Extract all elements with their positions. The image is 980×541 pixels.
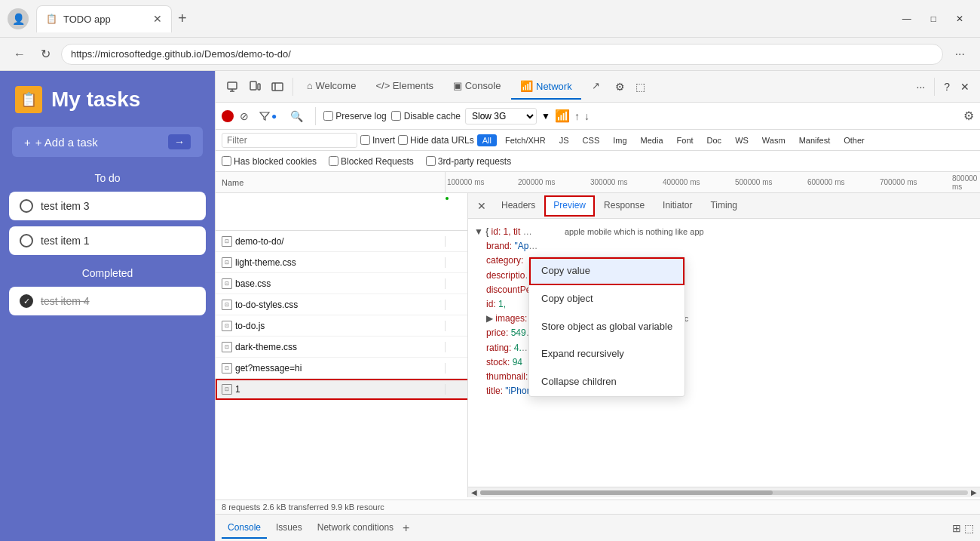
type-filter-media[interactable]: Media: [635, 134, 669, 146]
disable-cache-label: Disable cache: [404, 111, 461, 121]
tab-welcome[interactable]: ⌂ Welcome: [298, 74, 365, 99]
context-menu-item-expand[interactable]: Expand recursively: [529, 340, 684, 368]
preview-close-button[interactable]: ✕: [471, 197, 492, 215]
bottom-tab-console[interactable]: Console: [222, 518, 267, 539]
type-filter-other[interactable]: Other: [838, 134, 870, 146]
task-checkbox-1[interactable]: [20, 199, 33, 213]
type-filter-wasm[interactable]: Wasm: [757, 134, 791, 146]
dock-button[interactable]: ⊞: [952, 522, 961, 534]
browser-more-button[interactable]: ···: [949, 45, 971, 64]
invert-checkbox[interactable]: Invert: [360, 135, 395, 146]
tab-console[interactable]: ▣ Console: [444, 74, 510, 99]
preserve-log-checkbox[interactable]: Preserve log: [323, 111, 386, 121]
network-settings-icon[interactable]: ⚙: [963, 109, 974, 123]
context-menu-item-copy-object[interactable]: Copy object: [529, 285, 684, 313]
address-input[interactable]: [61, 44, 943, 65]
type-filter-fetch[interactable]: Fetch/XHR: [500, 134, 551, 146]
settings-button[interactable]: ⚙: [611, 78, 629, 96]
scrollbar-track[interactable]: [480, 490, 968, 495]
maximize-button[interactable]: □: [922, 9, 945, 29]
devtools-close-button[interactable]: ✕: [956, 78, 974, 96]
upload-icon[interactable]: ↑: [574, 110, 580, 122]
context-menu-item-store-global[interactable]: Store object as global variable: [529, 313, 684, 341]
blocked-requests-input[interactable]: [329, 156, 338, 166]
device-toggle-button[interactable]: [244, 78, 265, 96]
tab-close-button[interactable]: ✕: [153, 13, 162, 25]
type-filter-ws[interactable]: WS: [730, 134, 754, 146]
main-content: 📋 My tasks + + Add a task → To do test i…: [0, 71, 980, 541]
minimize-button[interactable]: —: [893, 9, 920, 29]
hide-data-urls-checkbox[interactable]: Hide data URLs: [398, 135, 474, 146]
context-menu-item-collapse[interactable]: Collapse children: [529, 368, 684, 396]
add-panel-button[interactable]: +: [403, 521, 409, 535]
close-button[interactable]: ✕: [947, 9, 972, 29]
copy-value-label: Copy value: [541, 265, 590, 276]
bottom-tab-network-conditions[interactable]: Network conditions: [311, 518, 400, 539]
tab-performance[interactable]: ↗: [583, 74, 609, 99]
todo-task-item-2[interactable]: test item 1: [9, 226, 206, 255]
preview-tab-initiator[interactable]: Initiator: [654, 195, 701, 217]
todo-task-item-3[interactable]: ✓ test item 4: [9, 287, 206, 315]
invert-input[interactable]: [360, 135, 370, 145]
task-checkbox-3[interactable]: ✓: [20, 294, 33, 308]
type-filter-manifest[interactable]: Manifest: [794, 134, 836, 146]
network-divider-1: [315, 107, 316, 125]
third-party-checkbox[interactable]: 3rd-party requests: [426, 156, 511, 167]
todo-task-item-1[interactable]: test item 3: [9, 192, 206, 220]
more-tabs-button[interactable]: ···: [912, 78, 930, 96]
expand-arrow-1[interactable]: ▼: [474, 226, 483, 237]
download-icon[interactable]: ↓: [584, 110, 590, 122]
tab-network[interactable]: 📶 Network: [511, 74, 580, 100]
device-mode-button[interactable]: ⬚: [631, 78, 650, 96]
preview-tab-timing[interactable]: Timing: [701, 195, 746, 217]
scroll-right-btn[interactable]: ▶: [971, 488, 977, 496]
scrollbar-thumb[interactable]: [480, 490, 773, 495]
throttle-select[interactable]: Slow 3G Fast 3G No throttling: [465, 108, 537, 124]
network-file-name-5: ⊡ to-do.js: [216, 321, 446, 331]
preview-tab-response[interactable]: Response: [595, 195, 654, 217]
record-button[interactable]: [222, 110, 234, 122]
help-button[interactable]: ?: [939, 78, 954, 96]
inspect-element-button[interactable]: [222, 78, 243, 96]
section-todo-title: To do: [0, 163, 215, 189]
bottom-tab-issues[interactable]: Issues: [270, 518, 308, 539]
filter-row: Invert Hide data URLs All Fetch/XHR JS C…: [216, 130, 980, 151]
type-filter-js[interactable]: JS: [554, 134, 574, 146]
preview-tab-headers[interactable]: Headers: [492, 195, 544, 217]
has-blocked-cookies-checkbox[interactable]: Has blocked cookies: [222, 156, 317, 167]
status-text: 8 requests 2.6 kB transferred 9.9 kB res…: [222, 503, 384, 512]
hide-data-urls-input[interactable]: [398, 135, 408, 145]
preserve-log-input[interactable]: [323, 111, 333, 121]
horizontal-scrollbar[interactable]: ◀ ▶: [468, 487, 980, 497]
context-menu-item-copy-value[interactable]: Copy value: [529, 257, 684, 285]
tab-elements[interactable]: </> Elements: [366, 74, 443, 99]
back-button[interactable]: ←: [9, 45, 30, 64]
type-filter-font[interactable]: Font: [672, 134, 699, 146]
wifi-icon[interactable]: 📶: [555, 109, 570, 123]
expand-arrow-images[interactable]: ▶: [486, 313, 493, 324]
type-filter-doc[interactable]: Doc: [702, 134, 727, 146]
blocked-requests-checkbox[interactable]: Blocked Requests: [329, 156, 414, 167]
new-tab-button[interactable]: +: [172, 7, 193, 30]
type-filter-img[interactable]: Img: [608, 134, 632, 146]
sidebar-toggle-button[interactable]: [267, 78, 288, 96]
mark-400k: 400000 ms: [663, 178, 700, 186]
disable-cache-checkbox[interactable]: Disable cache: [391, 111, 461, 121]
type-filter-all[interactable]: All: [477, 134, 497, 146]
scroll-left-btn[interactable]: ◀: [471, 488, 477, 496]
mark-600k: 600000 ms: [807, 178, 844, 186]
add-task-button[interactable]: + + Add a task →: [12, 127, 203, 157]
task-checkbox-2[interactable]: [20, 234, 33, 247]
search-button[interactable]: 🔍: [286, 107, 308, 125]
type-filter-css[interactable]: CSS: [577, 134, 605, 146]
refresh-button[interactable]: ↻: [36, 44, 55, 64]
filter-input[interactable]: [222, 133, 357, 148]
preview-tab-preview[interactable]: Preview: [544, 195, 595, 217]
clear-button[interactable]: ⊘: [238, 109, 250, 124]
has-blocked-cookies-input[interactable]: [222, 156, 231, 166]
third-party-input[interactable]: [426, 156, 436, 166]
disable-cache-input[interactable]: [391, 111, 401, 121]
filter-icon-button[interactable]: ●: [255, 108, 281, 124]
undock-button[interactable]: ⬚: [964, 522, 974, 534]
active-tab[interactable]: 📋 TODO app ✕: [36, 5, 172, 32]
